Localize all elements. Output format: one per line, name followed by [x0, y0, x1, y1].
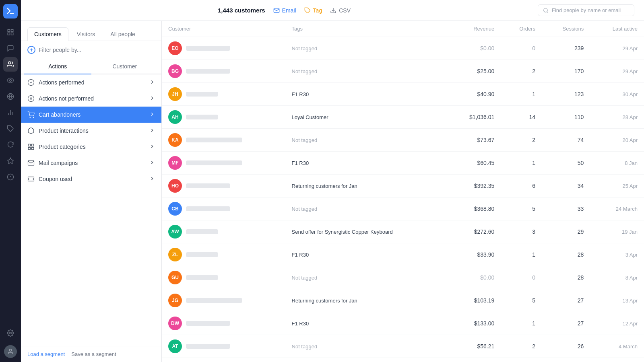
sessions-value: 27 [578, 297, 584, 304]
tag-value: Returning customers for Jan [292, 298, 357, 304]
save-segment-button[interactable]: Save as a segment [71, 351, 116, 357]
orders-value: 6 [532, 183, 535, 189]
cell-revenue: $25.00 [447, 60, 501, 83]
customer-name [186, 298, 242, 303]
table-row[interactable]: CB Not tagged $368.80 5 33 24 March [162, 197, 644, 220]
table-row[interactable]: AH Loyal Customer $1,036.01 14 110 28 Ap… [162, 106, 644, 129]
cell-revenue: $0.00 [447, 37, 501, 60]
svg-point-5 [10, 80, 12, 82]
orders-value: 1 [532, 91, 535, 97]
last-active-value: 19 Jan [622, 229, 638, 235]
sidebar-item-dashboard[interactable] [3, 25, 18, 39]
sidebar-item-alerts[interactable] [3, 170, 18, 184]
menu-item-coupon-used[interactable]: Coupon used [21, 171, 161, 187]
revenue-value: $0.00 [480, 45, 494, 51]
chevron-right-icon-5 [149, 144, 155, 150]
cell-revenue: $33.90 [447, 243, 501, 266]
table-row[interactable]: ZL F1 R30 $33.90 1 28 3 Apr [162, 243, 644, 266]
chevron-right-icon-3 [149, 111, 155, 118]
orders-value: 2 [532, 137, 535, 143]
search-bar[interactable]: Find people by name or email [538, 4, 634, 16]
table-row[interactable]: MF F1 R30 $60.45 1 50 8 Jan [162, 152, 644, 175]
filter-tabs: Actions Customer [21, 59, 161, 74]
tab-customer[interactable]: Customer [91, 59, 159, 74]
tab-visitors[interactable]: Visitors [70, 27, 102, 41]
avatar: EO [168, 41, 182, 55]
menu-item-cart-abandoners-label: Cart abandoners [39, 111, 80, 118]
tag-value: Not tagged [292, 68, 318, 74]
menu-item-mail-campaigns[interactable]: Mail campaigns [21, 155, 161, 171]
tag-button[interactable]: Tag [304, 7, 322, 14]
cell-sessions: 27 [542, 289, 590, 312]
sidebar-item-settings[interactable] [3, 326, 18, 340]
sidebar-item-history[interactable] [3, 138, 18, 152]
sidebar-item-tags[interactable] [3, 121, 18, 136]
sidebar-item-messages[interactable] [3, 41, 18, 56]
cell-tags: Not tagged [285, 129, 447, 152]
col-revenue: Revenue [447, 21, 501, 37]
table-row[interactable]: EO Not tagged $0.00 0 239 29 Apr [162, 37, 644, 60]
table-row[interactable]: JG Returning customers for Jan $103.19 5… [162, 289, 644, 312]
cell-last-active: 29 Apr [590, 37, 644, 60]
tab-customers[interactable]: Customers [27, 27, 68, 41]
sessions-value: 170 [574, 68, 584, 74]
table-row[interactable]: GU Not tagged $0.00 0 28 8 Apr [162, 266, 644, 289]
sidebar-item-visitors[interactable] [3, 73, 18, 88]
cell-revenue: $40.90 [447, 83, 501, 106]
menu-item-product-interactions[interactable]: Product interactions [21, 123, 161, 139]
menu-item-mail-campaigns-label: Mail campaigns [39, 160, 78, 166]
customer-count: 1,443 customers [218, 7, 265, 14]
menu-item-actions-performed[interactable]: Actions performed [21, 74, 161, 90]
cell-sessions: 170 [542, 60, 590, 83]
filter-people-button[interactable]: + Filter people by... [21, 41, 161, 59]
tab-actions[interactable]: Actions [24, 59, 91, 74]
cell-customer: HO [162, 175, 285, 197]
table-row[interactable]: AW Send offer for Synergistic Copper Key… [162, 220, 644, 243]
revenue-value: $25.00 [477, 68, 494, 74]
revenue-value: $392.35 [474, 183, 495, 189]
box-icon [27, 127, 35, 134]
avatar: ZL [168, 248, 182, 261]
svg-point-27 [33, 117, 34, 118]
sidebar-item-campaigns[interactable] [3, 89, 18, 104]
tag-value: F1 R30 [292, 160, 309, 166]
email-label: Email [282, 7, 296, 14]
cell-last-active: 19 Jan [590, 220, 644, 243]
last-active-value: 29 Apr [622, 68, 638, 74]
email-button[interactable]: Email [273, 7, 296, 14]
app-logo[interactable] [3, 4, 18, 19]
menu-item-cart-abandoners[interactable]: Cart abandoners [21, 107, 161, 123]
cell-sessions: 50 [542, 152, 590, 175]
table-row[interactable]: JH F1 R30 $40.90 1 123 30 Apr [162, 83, 644, 106]
cell-revenue: $73.67 [447, 129, 501, 152]
sidebar-item-goals[interactable] [3, 154, 18, 168]
cell-revenue: $56.21 [447, 335, 501, 358]
table-row[interactable]: AT Not tagged $56.21 2 26 4 March [162, 335, 644, 358]
chevron-right-icon-6 [149, 160, 155, 167]
menu-item-actions-not-performed[interactable]: Actions not performed [21, 90, 161, 107]
sessions-value: 29 [578, 228, 584, 235]
table-row[interactable]: DW F1 R30 $133.00 1 27 12 Apr [162, 312, 644, 335]
menu-item-product-categories[interactable]: Product categories [21, 139, 161, 155]
cell-sessions: 123 [542, 83, 590, 106]
cart-icon [27, 111, 35, 118]
avatar: JH [168, 87, 182, 101]
cell-orders: 0 [501, 266, 542, 289]
tab-all-people[interactable]: All people [103, 27, 142, 41]
load-segment-button[interactable]: Load a segment [27, 351, 65, 357]
sidebar-item-people[interactable] [3, 57, 18, 72]
x-circle-icon [27, 95, 35, 102]
user-avatar[interactable] [4, 345, 17, 358]
tag-value: Returning customers for Jan [292, 183, 357, 189]
cell-revenue: $0.00 [447, 266, 501, 289]
table-row[interactable]: KA Not tagged $73.67 2 74 20 Apr [162, 129, 644, 152]
orders-value: 5 [532, 206, 535, 212]
table-row[interactable]: HO Returning customers for Jan $392.35 6… [162, 175, 644, 197]
revenue-value: $60.45 [477, 160, 494, 166]
cell-last-active: 13 Apr [590, 289, 644, 312]
sidebar-item-reports[interactable] [3, 105, 18, 120]
cell-orders: 2 [501, 129, 542, 152]
last-active-value: 13 Apr [622, 298, 638, 304]
csv-button[interactable]: CSV [330, 7, 351, 14]
table-row[interactable]: BG Not tagged $25.00 2 170 29 Apr [162, 60, 644, 83]
